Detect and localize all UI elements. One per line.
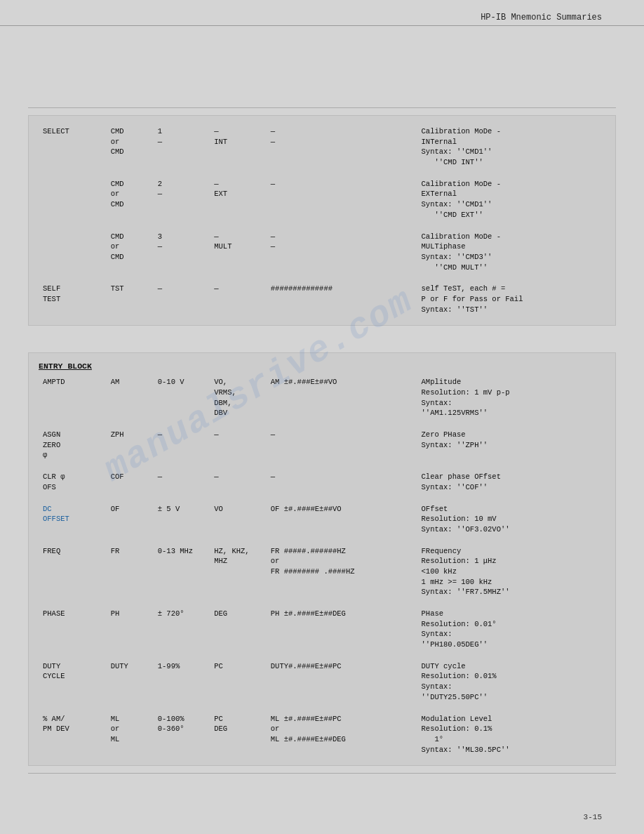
cell-range: 2— <box>154 177 210 223</box>
cell-units: VO <box>210 502 267 537</box>
cell-desc: PHaseResolution: 0.01°Syntax:''PH180.05D… <box>417 607 605 652</box>
page-footer: 3-15 <box>584 813 602 821</box>
cell-desc: Calibration MoDe -INTernalSyntax: ''CMD1… <box>417 124 605 170</box>
cell-format: — <box>267 177 417 223</box>
cell-format: AM ±#.###E±##VO <box>267 375 417 421</box>
cell-format: ############## <box>267 282 417 317</box>
cell-format: ML ±#.####E±##PCorML ±#.####E±##DEG <box>267 712 417 757</box>
cell-format: — <box>267 428 417 463</box>
table-row: DUTYCYCLE DUTY 1-99% PC DUTY#.####E±##PC… <box>39 659 605 705</box>
cell-range: — <box>154 428 210 463</box>
table-row: FREQ FR 0-13 MHz HZ, KHZ,MHZ FR #####.##… <box>39 544 605 600</box>
cell-format: OF ±#.####E±##VO <box>267 502 417 537</box>
cell-name <box>39 230 107 275</box>
cell-units: — <box>210 428 267 463</box>
cell-mnem: CMDorCMD <box>107 124 154 170</box>
cell-mnem: CMDorCMD <box>107 230 154 275</box>
table-row: CLR φOFS COF — — — Clear phase OFfsetSyn… <box>39 470 605 494</box>
cell-range: — <box>154 282 210 317</box>
cell-range: ± 720° <box>154 607 210 652</box>
top-spacer <box>0 33 644 103</box>
footer-divider <box>28 773 616 774</box>
cell-units: — <box>210 282 267 317</box>
cell-mnem: PH <box>107 607 154 652</box>
cell-range: 0-100%0-360° <box>154 712 210 757</box>
cell-units: —INT <box>210 124 267 170</box>
cell-format: — <box>267 470 417 494</box>
cell-desc: Modulation LevelResolution: 0.1% 1°Synta… <box>417 712 605 757</box>
select-table: SELECT CMDorCMD 1— —INT —— Calibration M… <box>39 124 605 317</box>
cell-mnem: COF <box>107 470 154 494</box>
table-row: SELECT CMDorCMD 1— —INT —— Calibration M… <box>39 124 605 170</box>
mid-spacer <box>0 333 644 345</box>
cell-desc: OFfsetResolution: 10 mVSyntax: ''OF3.02V… <box>417 502 605 537</box>
cell-name: SELFTEST <box>39 282 107 317</box>
cell-name: % AM/PM DEV <box>39 712 107 757</box>
header-title: HP-IB Mnemonic Summaries <box>481 13 602 22</box>
table-row: CMDorCMD 2— —EXT — Calibration MoDe -EXT… <box>39 177 605 223</box>
cell-name: SELECT <box>39 124 107 170</box>
cell-desc: AMplitudeResolution: 1 mV p-pSyntax:''AM… <box>417 375 605 421</box>
cell-units: — <box>210 470 267 494</box>
cell-units: —MULT <box>210 230 267 275</box>
table-row: DCOFFSET OF ± 5 V VO OF ±#.####E±##VO OF… <box>39 502 605 537</box>
table-row: ASGNZEROφ ZPH — — — Zero PHaseSyntax: ''… <box>39 428 605 463</box>
cell-format: —— <box>267 230 417 275</box>
table-row: CMDorCMD 3— —MULT —— Calibration MoDe -M… <box>39 230 605 275</box>
cell-name: DCOFFSET <box>39 502 107 537</box>
cell-mnem: OF <box>107 502 154 537</box>
header-subtitle <box>0 27 644 33</box>
cell-range: ± 5 V <box>154 502 210 537</box>
cell-format: DUTY#.####E±##PC <box>267 659 417 705</box>
cell-mnem: TST <box>107 282 154 317</box>
cell-range: 1-99% <box>154 659 210 705</box>
cell-range: 0-10 V <box>154 375 210 421</box>
page: HP-IB Mnemonic Summaries SELECT C <box>0 0 644 834</box>
cell-format: —— <box>267 124 417 170</box>
page-number: 3-15 <box>584 813 602 821</box>
cell-name: FREQ <box>39 544 107 600</box>
cell-desc: Calibration MoDe -EXTernalSyntax: ''CMD1… <box>417 177 605 223</box>
cell-desc: Zero PHaseSyntax: ''ZPH'' <box>417 428 605 463</box>
table-row: AMPTD AM 0-10 V VO,VRMS,DBM,DBV AM ±#.##… <box>39 375 605 421</box>
cell-range: 0-13 MHz <box>154 544 210 600</box>
entry-block-table: AMPTD AM 0-10 V VO,VRMS,DBM,DBV AM ±#.##… <box>39 375 605 757</box>
cell-mnem: CMDorCMD <box>107 177 154 223</box>
cell-format: PH ±#.####E±##DEG <box>267 607 417 652</box>
cell-mnem: DUTY <box>107 659 154 705</box>
cell-range: — <box>154 470 210 494</box>
cell-name: CLR φOFS <box>39 470 107 494</box>
cell-units: PC <box>210 659 267 705</box>
top-divider <box>28 107 616 108</box>
page-header: HP-IB Mnemonic Summaries <box>0 0 644 26</box>
entry-block-label: ENTRY BLOCK <box>39 362 92 371</box>
cell-desc: DUTY cycleResolution: 0.01%Syntax:''DUTY… <box>417 659 605 705</box>
cell-name: ASGNZEROφ <box>39 428 107 463</box>
cell-units: HZ, KHZ,MHZ <box>210 544 267 600</box>
cell-desc: FRequencyResolution: 1 μHz<100 kHz1 mHz … <box>417 544 605 600</box>
cell-name: AMPTD <box>39 375 107 421</box>
cell-name: DUTYCYCLE <box>39 659 107 705</box>
table-row: SELFTEST TST — — ############## self TeS… <box>39 282 605 317</box>
table-row: PHASE PH ± 720° DEG PH ±#.####E±##DEG PH… <box>39 607 605 652</box>
entry-block-section: ENTRY BLOCK AMPTD AM 0-10 V VO,VRMS,DBM,… <box>28 352 616 766</box>
cell-mnem: MLorML <box>107 712 154 757</box>
cell-units: VO,VRMS,DBM,DBV <box>210 375 267 421</box>
cell-name <box>39 177 107 223</box>
cell-desc: Clear phase OFfsetSyntax: ''COF'' <box>417 470 605 494</box>
cell-desc: self TeST, each # =P or F for Pass or Fa… <box>417 282 605 317</box>
table-row: % AM/PM DEV MLorML 0-100%0-360° PCDEG ML… <box>39 712 605 757</box>
cell-mnem: ZPH <box>107 428 154 463</box>
cell-mnem: FR <box>107 544 154 600</box>
cell-mnem: AM <box>107 375 154 421</box>
cell-units: —EXT <box>210 177 267 223</box>
cell-units: DEG <box>210 607 267 652</box>
cell-desc: Calibration MoDe -MULTiphaseSyntax: ''CM… <box>417 230 605 275</box>
cell-format: FR #####.######HZorFR ######## .####HZ <box>267 544 417 600</box>
cell-units: PCDEG <box>210 712 267 757</box>
cell-range: 3— <box>154 230 210 275</box>
cell-name: PHASE <box>39 607 107 652</box>
select-section: SELECT CMDorCMD 1— —INT —— Calibration M… <box>28 115 616 326</box>
cell-range: 1— <box>154 124 210 170</box>
